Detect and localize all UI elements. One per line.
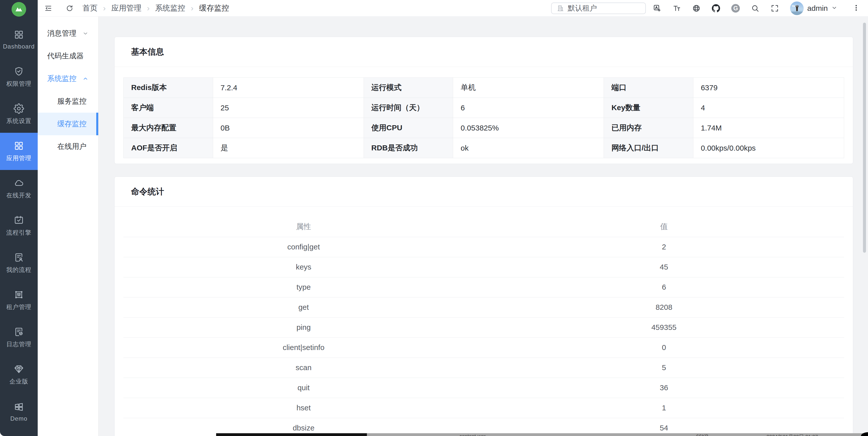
info-value: 6 [453,98,604,118]
breadcrumb-separator: › [191,3,193,13]
topbar-right: 默认租户 G [551,1,860,15]
app-logo[interactable] [11,2,26,17]
info-label: 运行时间（天） [364,98,453,118]
background-window-text: 66KB [696,434,708,436]
basic-info-table: Redis版本 7.2.4 运行模式 单机 端口 6379 客户端 25 运行时… [123,78,844,158]
info-value: 7.2.4 [213,78,364,98]
menu-item-code-generator[interactable]: 代码生成器 [38,45,98,67]
info-label: AOF是否开启 [124,138,213,158]
menu-item-label: 代码生成器 [47,51,84,61]
sidebar-item-process-engine[interactable]: 流程引擎 [0,207,38,244]
table-row: hset1 [123,398,844,418]
stat-property: type [123,277,484,297]
column-header-property: 属性 [123,217,484,237]
menu-item-label: 系统监控 [47,74,76,84]
menu-item-service-monitor[interactable]: 服务监控 [38,90,98,113]
username: admin [807,4,828,12]
topbar-icons: G [653,4,779,12]
sidebar-item-my-process[interactable]: 我的流程 [0,244,38,282]
gear-icon [13,103,24,114]
table-row: AOF是否开启 是 RDB是否成功 ok 网络入口/出口 0.00kps/0.0… [124,138,844,158]
search-icon[interactable] [751,4,760,12]
info-label: Redis版本 [124,78,213,98]
command-stats-card: 命令统计 属性 值 config|get2 keys45 type6 [114,176,853,436]
sidebar-item-dashboard[interactable]: Dashboard [0,21,38,58]
menu-item-cache-monitor[interactable]: 缓存监控 [38,113,98,135]
info-value: 单机 [453,78,604,98]
apps-icon [13,141,24,151]
font-size-icon[interactable] [673,4,681,12]
sidebar-item-log-management[interactable]: 日志管理 [0,319,38,356]
vertical-scrollbar[interactable] [863,23,866,253]
refresh-icon[interactable] [66,4,73,12]
chevron-down-icon [831,5,837,12]
collapse-sidebar-icon[interactable] [44,4,52,12]
basic-info-card: 基本信息 Redis版本 7.2.4 运行模式 单机 [114,37,853,164]
menu-item-message-management[interactable]: 消息管理 [38,22,98,45]
kebab-icon[interactable] [852,4,860,12]
sidebar-item-label: 租户管理 [6,303,31,311]
windows-icon [13,402,24,412]
sidebar-item-enterprise[interactable]: 企业版 [0,356,38,393]
command-stats-table: 属性 值 config|get2 keys45 type6 get8208 pi… [123,217,844,436]
info-label: 端口 [604,78,693,98]
secondary-sidebar: 消息管理 代码生成器 系统监控 服务监控 缓存监控 在线用户 [38,17,98,436]
breadcrumb-separator: › [103,3,106,13]
menu-item-online-users[interactable]: 在线用户 [38,135,98,158]
info-value: 1.74M [693,118,844,138]
breadcrumb: 首页 › 应用管理 › 系统监控 › 缓存监控 [83,3,229,13]
translate-icon[interactable] [653,4,661,12]
stat-value: 8208 [484,297,844,317]
gitee-icon[interactable]: G [731,4,740,12]
background-window-text: content-wor [459,434,486,436]
stat-value: 2 [484,237,844,257]
breadcrumb-app-management[interactable]: 应用管理 [111,3,142,13]
table-row: keys45 [123,257,844,277]
breadcrumb-cache-monitor: 缓存监控 [199,3,229,13]
info-value: 6379 [693,78,844,98]
table-row: config|get2 [123,237,844,257]
background-window-edge: content-wor 66KB 2024年01月22日 21:37 [216,433,868,436]
sidebar-item-demo[interactable]: Demo [0,393,38,431]
stat-property: config|get [123,237,484,257]
info-label: 客户端 [124,98,213,118]
stat-value: 45 [484,257,844,277]
card-header: 命令统计 [115,177,853,207]
sidebar-item-label: Demo [10,415,27,422]
avatar [790,1,804,15]
stat-property: get [123,297,484,317]
breadcrumb-home[interactable]: 首页 [83,3,97,13]
tenant-select[interactable]: 默认租户 [551,2,646,14]
breadcrumb-system-monitor[interactable]: 系统监控 [155,3,185,13]
table-row: scan5 [123,357,844,378]
info-label: 最大内存配置 [124,118,213,138]
menu-item-label: 消息管理 [47,28,76,38]
topbar: 首页 › 应用管理 › 系统监控 › 缓存监控 默认租户 [38,0,868,17]
sidebar-item-label: 我的流程 [6,266,31,274]
info-label: RDB是否成功 [364,138,453,158]
chevron-up-icon [83,76,89,82]
menu-item-system-monitor[interactable]: 系统监控 [38,67,98,90]
stat-property: hset [123,398,484,418]
fullscreen-icon[interactable] [771,4,779,12]
sidebar-item-tenant-management[interactable]: 租户管理 [0,282,38,319]
globe-icon[interactable] [692,4,701,12]
user-menu[interactable]: admin [790,1,837,15]
table-row: ping459355 [123,317,844,338]
sidebar-item-label: 应用管理 [6,154,31,162]
sidebar-item-online-dev[interactable]: 在线开发 [0,170,38,207]
tenant-value: 默认租户 [568,3,597,13]
github-icon[interactable] [712,4,720,12]
sidebar-item-system-settings[interactable]: 系统设置 [0,95,38,133]
table-row: Redis版本 7.2.4 运行模式 单机 端口 6379 [124,78,844,98]
stat-property: quit [123,378,484,398]
sidebar-item-app-management[interactable]: 应用管理 [0,133,38,170]
sidebar-item-permissions[interactable]: 权限管理 [0,58,38,95]
info-label: 使用CPU [364,118,453,138]
info-value: 25 [213,98,364,118]
background-window-text: 2024年01月22日 21:37 [767,434,818,436]
menu-item-label: 服务监控 [57,96,87,106]
sidebar-item-label: 权限管理 [6,80,31,88]
menu-item-label: 缓存监控 [57,119,87,129]
table-header-row: 属性 值 [123,217,844,237]
